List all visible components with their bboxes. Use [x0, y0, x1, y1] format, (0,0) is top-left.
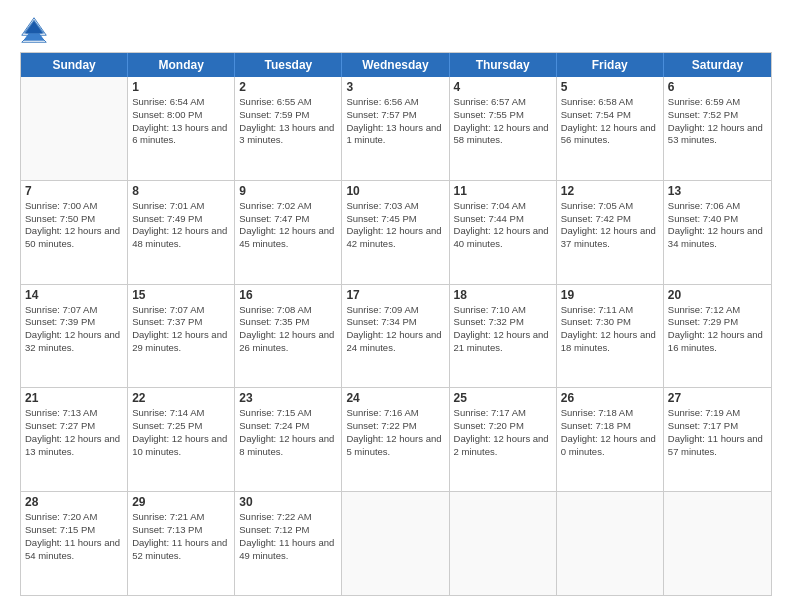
- day-number: 9: [239, 184, 337, 198]
- day-info: Sunrise: 7:11 AMSunset: 7:30 PMDaylight:…: [561, 304, 659, 355]
- sunset-label: Sunset: 7:49 PM: [132, 213, 202, 224]
- sunrise-label: Sunrise: 7:07 AM: [132, 304, 204, 315]
- daylight-label: Daylight: 12 hours and 37 minutes.: [561, 225, 656, 249]
- calendar-cell: 28Sunrise: 7:20 AMSunset: 7:15 PMDayligh…: [21, 492, 128, 595]
- daylight-label: Daylight: 12 hours and 50 minutes.: [25, 225, 120, 249]
- day-number: 27: [668, 391, 767, 405]
- sunset-label: Sunset: 7:57 PM: [346, 109, 416, 120]
- header-day-saturday: Saturday: [664, 53, 771, 77]
- day-info: Sunrise: 6:55 AMSunset: 7:59 PMDaylight:…: [239, 96, 337, 147]
- day-info: Sunrise: 7:15 AMSunset: 7:24 PMDaylight:…: [239, 407, 337, 458]
- calendar-cell: 14Sunrise: 7:07 AMSunset: 7:39 PMDayligh…: [21, 285, 128, 388]
- calendar-cell: 16Sunrise: 7:08 AMSunset: 7:35 PMDayligh…: [235, 285, 342, 388]
- sunrise-label: Sunrise: 6:56 AM: [346, 96, 418, 107]
- sunrise-label: Sunrise: 6:54 AM: [132, 96, 204, 107]
- day-info: Sunrise: 7:19 AMSunset: 7:17 PMDaylight:…: [668, 407, 767, 458]
- daylight-label: Daylight: 12 hours and 32 minutes.: [25, 329, 120, 353]
- day-number: 2: [239, 80, 337, 94]
- calendar-cell: 20Sunrise: 7:12 AMSunset: 7:29 PMDayligh…: [664, 285, 771, 388]
- day-number: 8: [132, 184, 230, 198]
- day-number: 12: [561, 184, 659, 198]
- calendar-cell: 2Sunrise: 6:55 AMSunset: 7:59 PMDaylight…: [235, 77, 342, 180]
- day-info: Sunrise: 7:09 AMSunset: 7:34 PMDaylight:…: [346, 304, 444, 355]
- logo: [20, 16, 52, 44]
- sunset-label: Sunset: 8:00 PM: [132, 109, 202, 120]
- day-info: Sunrise: 7:03 AMSunset: 7:45 PMDaylight:…: [346, 200, 444, 251]
- sunset-label: Sunset: 7:18 PM: [561, 420, 631, 431]
- daylight-label: Daylight: 12 hours and 45 minutes.: [239, 225, 334, 249]
- day-number: 15: [132, 288, 230, 302]
- sunrise-label: Sunrise: 7:18 AM: [561, 407, 633, 418]
- sunrise-label: Sunrise: 7:09 AM: [346, 304, 418, 315]
- sunset-label: Sunset: 7:47 PM: [239, 213, 309, 224]
- day-info: Sunrise: 6:56 AMSunset: 7:57 PMDaylight:…: [346, 96, 444, 147]
- calendar-cell: 10Sunrise: 7:03 AMSunset: 7:45 PMDayligh…: [342, 181, 449, 284]
- sunrise-label: Sunrise: 7:21 AM: [132, 511, 204, 522]
- sunrise-label: Sunrise: 7:02 AM: [239, 200, 311, 211]
- page: SundayMondayTuesdayWednesdayThursdayFrid…: [0, 0, 792, 612]
- calendar-cell: 29Sunrise: 7:21 AMSunset: 7:13 PMDayligh…: [128, 492, 235, 595]
- calendar-week-4: 21Sunrise: 7:13 AMSunset: 7:27 PMDayligh…: [21, 387, 771, 491]
- sunrise-label: Sunrise: 7:11 AM: [561, 304, 633, 315]
- sunrise-label: Sunrise: 7:04 AM: [454, 200, 526, 211]
- day-info: Sunrise: 7:10 AMSunset: 7:32 PMDaylight:…: [454, 304, 552, 355]
- sunset-label: Sunset: 7:32 PM: [454, 316, 524, 327]
- sunrise-label: Sunrise: 7:00 AM: [25, 200, 97, 211]
- sunset-label: Sunset: 7:29 PM: [668, 316, 738, 327]
- day-number: 30: [239, 495, 337, 509]
- sunrise-label: Sunrise: 6:55 AM: [239, 96, 311, 107]
- sunrise-label: Sunrise: 7:05 AM: [561, 200, 633, 211]
- daylight-label: Daylight: 12 hours and 8 minutes.: [239, 433, 334, 457]
- header-day-tuesday: Tuesday: [235, 53, 342, 77]
- sunrise-label: Sunrise: 7:08 AM: [239, 304, 311, 315]
- day-number: 5: [561, 80, 659, 94]
- calendar-header: SundayMondayTuesdayWednesdayThursdayFrid…: [21, 53, 771, 77]
- calendar-cell: [21, 77, 128, 180]
- sunrise-label: Sunrise: 7:16 AM: [346, 407, 418, 418]
- calendar-cell: 17Sunrise: 7:09 AMSunset: 7:34 PMDayligh…: [342, 285, 449, 388]
- day-info: Sunrise: 6:58 AMSunset: 7:54 PMDaylight:…: [561, 96, 659, 147]
- day-info: Sunrise: 7:01 AMSunset: 7:49 PMDaylight:…: [132, 200, 230, 251]
- header-day-sunday: Sunday: [21, 53, 128, 77]
- sunset-label: Sunset: 7:55 PM: [454, 109, 524, 120]
- sunset-label: Sunset: 7:22 PM: [346, 420, 416, 431]
- calendar-cell: 21Sunrise: 7:13 AMSunset: 7:27 PMDayligh…: [21, 388, 128, 491]
- sunrise-label: Sunrise: 7:01 AM: [132, 200, 204, 211]
- day-number: 6: [668, 80, 767, 94]
- calendar-cell: 12Sunrise: 7:05 AMSunset: 7:42 PMDayligh…: [557, 181, 664, 284]
- daylight-label: Daylight: 12 hours and 10 minutes.: [132, 433, 227, 457]
- daylight-label: Daylight: 12 hours and 48 minutes.: [132, 225, 227, 249]
- daylight-label: Daylight: 11 hours and 49 minutes.: [239, 537, 334, 561]
- header: [20, 16, 772, 44]
- daylight-label: Daylight: 12 hours and 29 minutes.: [132, 329, 227, 353]
- calendar-cell: 15Sunrise: 7:07 AMSunset: 7:37 PMDayligh…: [128, 285, 235, 388]
- sunset-label: Sunset: 7:40 PM: [668, 213, 738, 224]
- day-info: Sunrise: 6:54 AMSunset: 8:00 PMDaylight:…: [132, 96, 230, 147]
- sunrise-label: Sunrise: 6:57 AM: [454, 96, 526, 107]
- day-info: Sunrise: 7:13 AMSunset: 7:27 PMDaylight:…: [25, 407, 123, 458]
- sunset-label: Sunset: 7:13 PM: [132, 524, 202, 535]
- day-info: Sunrise: 7:05 AMSunset: 7:42 PMDaylight:…: [561, 200, 659, 251]
- calendar-cell: 8Sunrise: 7:01 AMSunset: 7:49 PMDaylight…: [128, 181, 235, 284]
- day-number: 23: [239, 391, 337, 405]
- sunset-label: Sunset: 7:39 PM: [25, 316, 95, 327]
- calendar-cell: 5Sunrise: 6:58 AMSunset: 7:54 PMDaylight…: [557, 77, 664, 180]
- sunrise-label: Sunrise: 7:07 AM: [25, 304, 97, 315]
- daylight-label: Daylight: 13 hours and 3 minutes.: [239, 122, 334, 146]
- sunset-label: Sunset: 7:44 PM: [454, 213, 524, 224]
- day-info: Sunrise: 7:07 AMSunset: 7:39 PMDaylight:…: [25, 304, 123, 355]
- calendar-cell: 6Sunrise: 6:59 AMSunset: 7:52 PMDaylight…: [664, 77, 771, 180]
- sunset-label: Sunset: 7:30 PM: [561, 316, 631, 327]
- calendar-cell: 23Sunrise: 7:15 AMSunset: 7:24 PMDayligh…: [235, 388, 342, 491]
- calendar-cell: 4Sunrise: 6:57 AMSunset: 7:55 PMDaylight…: [450, 77, 557, 180]
- day-info: Sunrise: 7:12 AMSunset: 7:29 PMDaylight:…: [668, 304, 767, 355]
- day-number: 1: [132, 80, 230, 94]
- day-number: 7: [25, 184, 123, 198]
- calendar-cell: 30Sunrise: 7:22 AMSunset: 7:12 PMDayligh…: [235, 492, 342, 595]
- sunrise-label: Sunrise: 7:13 AM: [25, 407, 97, 418]
- calendar-cell: 3Sunrise: 6:56 AMSunset: 7:57 PMDaylight…: [342, 77, 449, 180]
- day-number: 3: [346, 80, 444, 94]
- day-number: 16: [239, 288, 337, 302]
- day-number: 29: [132, 495, 230, 509]
- sunrise-label: Sunrise: 7:19 AM: [668, 407, 740, 418]
